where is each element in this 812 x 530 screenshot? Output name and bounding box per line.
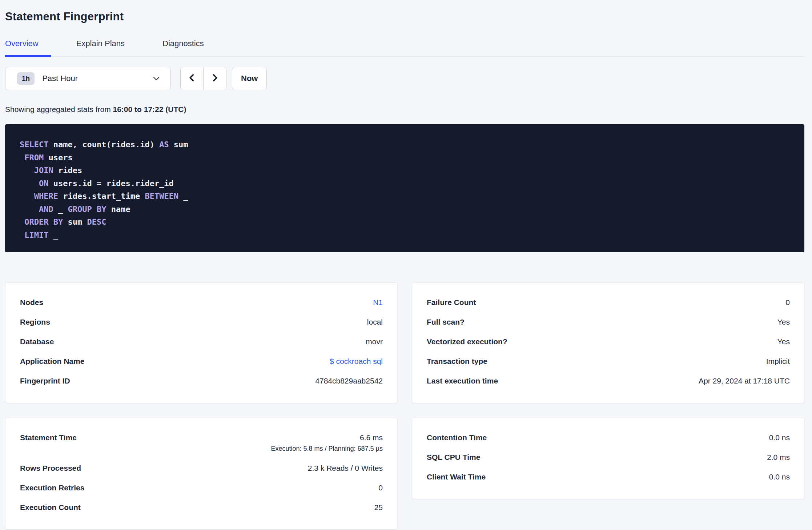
stat-value-block: 2.3 k Reads / 0 Writes <box>308 463 383 473</box>
sql-code: SELECT name, count(rides.id) AS sum FROM… <box>20 138 790 241</box>
stat-label: Database <box>20 337 54 347</box>
tab-bar: Overview Explain Plans Diagnostics <box>5 38 804 57</box>
stat-label: Vectorized execution? <box>427 337 507 347</box>
stat-value-block: Implicit <box>766 356 790 366</box>
stat-row: Failure Count0 <box>427 297 790 308</box>
time-range-badge: 1h <box>17 72 35 85</box>
stat-value: 25 <box>374 502 383 513</box>
stat-row: Execution Retries0 <box>20 483 383 493</box>
stat-label: Nodes <box>20 297 43 308</box>
stat-value: movr <box>366 337 383 347</box>
stat-value-block: movr <box>366 337 383 347</box>
stat-value: 2.3 k Reads / 0 Writes <box>308 463 383 473</box>
stat-value: Implicit <box>766 356 790 366</box>
sql-line: WHERE rides.start_time BETWEEN _ <box>20 190 790 203</box>
stat-value-block: 25 <box>374 502 383 513</box>
wait-timing-card: Contention Time0.0 nsSQL CPU Time2.0 msC… <box>412 418 805 499</box>
stat-value-block: Yes <box>777 337 790 347</box>
stat-label: Full scan? <box>427 317 465 327</box>
chevron-down-icon <box>152 74 161 83</box>
statement-timing-card: Statement Time6.6 msExecution: 5.8 ms / … <box>5 418 398 530</box>
stat-label: SQL CPU Time <box>427 452 480 462</box>
sql-line: ON users.id = rides.rider_id <box>20 177 790 190</box>
aggregation-note-prefix: Showing aggregated stats from <box>5 105 113 113</box>
timing-cards-row: Statement Time6.6 msExecution: 5.8 ms / … <box>5 418 804 530</box>
stat-value-block: local <box>367 317 383 327</box>
stat-value: 6.6 ms <box>271 433 383 443</box>
next-interval-button[interactable] <box>204 67 226 90</box>
stat-value: 0.0 ns <box>769 472 790 482</box>
stat-value-link[interactable]: $ cockroach sql <box>330 356 383 366</box>
stat-value-block: 0.0 ns <box>769 472 790 482</box>
stat-value-block: Apr 29, 2024 at 17:18 UTC <box>699 376 790 386</box>
time-step-buttons <box>180 67 226 90</box>
stat-value-block: Yes <box>777 317 790 327</box>
stat-value: Yes <box>777 337 790 347</box>
tab-diagnostics[interactable]: Diagnostics <box>162 38 216 57</box>
stat-row: Last execution timeApr 29, 2024 at 17:18… <box>427 376 790 386</box>
stat-value-block: 6.6 msExecution: 5.8 ms / Planning: 687.… <box>271 433 383 454</box>
chevron-right-icon <box>210 73 220 84</box>
stat-label: Transaction type <box>427 356 487 366</box>
stat-value-link[interactable]: N1 <box>373 297 383 308</box>
aggregation-note-range: 16:00 to 17:22 (UTC) <box>113 105 186 113</box>
stat-row: Vectorized execution?Yes <box>427 337 790 347</box>
stat-row: Application Name$ cockroach sql <box>20 356 383 366</box>
stat-label: Application Name <box>20 356 84 366</box>
chevron-left-icon <box>187 73 197 84</box>
stat-value-block: 0 <box>785 297 790 308</box>
statement-fingerprint-page: Statement Fingerprint Overview Explain P… <box>0 0 812 530</box>
stat-value: Yes <box>777 317 790 327</box>
sql-line: ORDER BY sum DESC <box>20 216 790 229</box>
stat-row: NodesN1 <box>20 297 383 308</box>
stat-value: local <box>367 317 383 327</box>
sql-line: LIMIT _ <box>20 229 790 242</box>
time-controls: 1h Past Hour Now <box>5 67 804 90</box>
tab-overview[interactable]: Overview <box>5 38 51 57</box>
stat-label: Failure Count <box>427 297 476 308</box>
stat-value-block: 0 <box>378 483 383 493</box>
stat-label: Client Wait Time <box>427 472 486 482</box>
stat-subvalue: Execution: 5.8 ms / Planning: 687.5 µs <box>271 443 383 454</box>
time-range-label: Past Hour <box>42 74 152 83</box>
stat-value: 0 <box>378 483 383 493</box>
page-title: Statement Fingerprint <box>5 9 804 24</box>
stat-label: Statement Time <box>20 433 77 443</box>
stat-label: Last execution time <box>427 376 498 386</box>
stat-row: Statement Time6.6 msExecution: 5.8 ms / … <box>20 433 383 454</box>
stat-row: Full scan?Yes <box>427 317 790 327</box>
stat-row: Regionslocal <box>20 317 383 327</box>
stat-value: 0 <box>785 297 790 308</box>
tab-explain-plans[interactable]: Explain Plans <box>76 38 137 57</box>
sql-line: FROM users <box>20 151 790 164</box>
sql-line: SELECT name, count(rides.id) AS sum <box>20 138 790 151</box>
stat-value-block: N1 <box>373 297 383 308</box>
execution-attributes-card: Failure Count0Full scan?YesVectorized ex… <box>412 282 805 403</box>
stat-value: Apr 29, 2024 at 17:18 UTC <box>699 376 790 386</box>
stat-value-block: $ cockroach sql <box>330 356 383 366</box>
now-button[interactable]: Now <box>232 67 267 90</box>
stat-value-block: 4784cb829aab2542 <box>315 376 383 386</box>
overview-cards-row: NodesN1RegionslocalDatabasemovrApplicati… <box>5 282 804 403</box>
stat-value-block: 0.0 ns <box>769 433 790 443</box>
stat-value-block: 2.0 ms <box>767 452 790 462</box>
stat-label: Regions <box>20 317 50 327</box>
stat-value: 2.0 ms <box>767 452 790 462</box>
stat-row: Transaction typeImplicit <box>427 356 790 366</box>
stat-row: Contention Time0.0 ns <box>427 433 790 443</box>
previous-interval-button[interactable] <box>181 67 204 90</box>
stat-label: Contention Time <box>427 433 487 443</box>
stat-label: Execution Retries <box>20 483 84 493</box>
stat-row: Execution Count25 <box>20 502 383 513</box>
stat-row: Databasemovr <box>20 337 383 347</box>
stat-row: Fingerprint ID4784cb829aab2542 <box>20 376 383 386</box>
stat-label: Execution Count <box>20 502 81 513</box>
aggregation-note: Showing aggregated stats from 16:00 to 1… <box>5 104 804 115</box>
stat-label: Rows Processed <box>20 463 81 473</box>
stat-value: 0.0 ns <box>769 433 790 443</box>
stat-row: Rows Processed2.3 k Reads / 0 Writes <box>20 463 383 473</box>
stat-label: Fingerprint ID <box>20 376 70 386</box>
stat-value: 4784cb829aab2542 <box>315 376 383 386</box>
time-range-select[interactable]: 1h Past Hour <box>5 67 171 90</box>
sql-line: AND _ GROUP BY name <box>20 203 790 216</box>
